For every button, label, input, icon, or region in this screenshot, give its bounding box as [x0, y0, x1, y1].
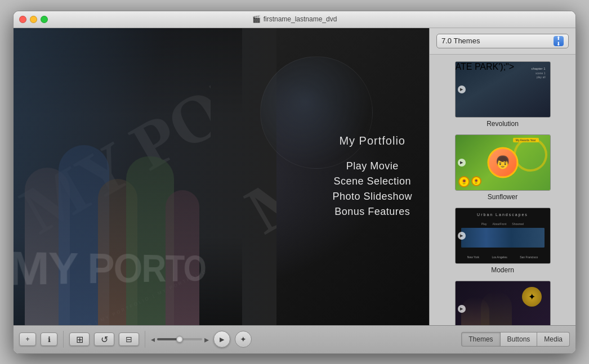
theme-item-sunflower[interactable]: 🌻 🌻 👦 My Awards Year ▶ Sunflower — [430, 131, 575, 204]
modern-header-text: Urban Landscapes — [456, 213, 550, 217]
theme-thumbnail-revolution: ATE PARK');"> chapter 1 scene 1 play all… — [455, 61, 551, 118]
sunflower-thumb-content: 🌻 🌻 👦 My Awards Year — [456, 135, 550, 190]
play-button[interactable]: ▶ — [213, 331, 230, 348]
volume-low-icon: ◂ — [151, 335, 155, 344]
menu-item-slideshow[interactable]: Photo Slideshow — [332, 188, 412, 204]
fullscreen-icon: ✦ — [240, 335, 247, 344]
modern-label: Modern — [491, 266, 514, 274]
rev-text: chapter 1 scene 1 play all — [531, 66, 545, 80]
volume-high-icon: ▸ — [204, 334, 209, 345]
theme-thumbnail-modern: Urban Landscapes PlayAboutFrontShowreel … — [455, 208, 551, 264]
layout-icon: ⊞ — [76, 334, 83, 345]
themes-dropdown-arrow: ⬆⬇ — [554, 36, 564, 46]
modern-play-btn[interactable]: ▶ — [458, 232, 466, 240]
themes-dropdown-row: 7.0 Themes ⬆⬇ — [430, 28, 575, 55]
volume-slider[interactable] — [157, 338, 202, 340]
fullscreen-button[interactable]: ✦ — [235, 331, 252, 348]
theme-item-fourth[interactable]: ✦ ▶ — [430, 277, 575, 325]
tab-bar: Themes Buttons Media — [461, 332, 570, 347]
revolution-play-btn[interactable]: ▶ — [458, 86, 466, 93]
add-button[interactable]: + — [19, 332, 36, 346]
dvd-menu-items: Play Movie Scene Selection Photo Slidesh… — [332, 158, 412, 219]
themes-dropdown[interactable]: 7.0 Themes ⬆⬇ — [436, 34, 569, 48]
menu-item-bonus[interactable]: Bonus Features — [332, 204, 412, 219]
close-button[interactable] — [19, 16, 26, 23]
dvd-preview: MY PORTO MY PORTFOLIO | MY PORTFOLIO | M… — [14, 28, 429, 325]
dvd-menu-overlay: My Portfolio Play Movie Scene Selection … — [332, 134, 412, 219]
tab-buttons[interactable]: Buttons — [500, 332, 538, 347]
theme-item-modern[interactable]: Urban Landscapes PlayAboutFrontShowreel … — [430, 204, 575, 277]
window-title: 🎬 firstname_lastname_dvd — [252, 15, 337, 23]
modern-cities: New YorkLos AngelesSan Francisco — [456, 255, 550, 259]
revolution-label: Revolution — [487, 120, 519, 128]
separator-2 — [145, 331, 145, 348]
menu-item-play[interactable]: Play Movie — [332, 158, 412, 173]
modern-image-strip — [461, 228, 545, 248]
titlebar: 🎬 firstname_lastname_dvd — [14, 11, 575, 28]
content-area: MY PORTO MY PORTFOLIO | MY PORTFOLIO | M… — [14, 28, 575, 325]
modern-thumb-content: Urban Landscapes PlayAboutFrontShowreel … — [456, 208, 550, 263]
dvd-menu-title: My Portfolio — [332, 134, 412, 147]
sunflower-label: Sunflower — [488, 193, 517, 201]
main-window: 🎬 firstname_lastname_dvd MY PORTO MY POR… — [13, 11, 576, 354]
themes-panel: 7.0 Themes ⬆⬇ ATE PARK');"> — [429, 28, 575, 325]
info-icon: ℹ — [48, 335, 51, 344]
themes-list[interactable]: ATE PARK');"> chapter 1 scene 1 play all… — [430, 55, 575, 325]
traffic-lights — [14, 16, 48, 23]
grid-icon: ⊟ — [126, 335, 132, 344]
layout-button[interactable]: ⊞ — [69, 332, 90, 346]
play-icon: ▶ — [220, 336, 224, 343]
modern-nav: PlayAboutFrontShowreel — [456, 222, 550, 226]
revolution-thumb-content: ATE PARK');"> chapter 1 scene 1 play all — [456, 62, 550, 117]
chevron-icon: ⬆⬇ — [556, 35, 561, 47]
sunflower-play-btn[interactable]: ▶ — [458, 159, 466, 167]
separator-1 — [63, 331, 64, 348]
menu-item-scene[interactable]: Scene Selection — [332, 173, 412, 188]
info-button[interactable]: ℹ — [41, 332, 57, 346]
theme-thumbnail-fourth: ✦ ▶ — [455, 281, 551, 325]
bottom-toolbar: + ℹ ⊞ ↺ ⊟ ◂ ▸ ▶ ✦ — [14, 325, 575, 353]
rotate-icon: ↺ — [101, 334, 108, 345]
fourth-thumb-content: ✦ — [456, 281, 550, 325]
minimize-button[interactable] — [30, 16, 37, 23]
volume-thumb[interactable] — [176, 336, 183, 343]
fourth-play-btn[interactable]: ▶ — [458, 305, 466, 313]
dvd-icon: 🎬 — [252, 15, 261, 23]
grid-button[interactable]: ⊟ — [119, 332, 139, 346]
maximize-button[interactable] — [41, 16, 48, 23]
theme-item-revolution[interactable]: ATE PARK');"> chapter 1 scene 1 play all… — [430, 58, 575, 131]
tab-themes[interactable]: Themes — [461, 332, 499, 347]
rotate-button[interactable]: ↺ — [94, 332, 114, 346]
tab-media[interactable]: Media — [537, 332, 570, 347]
themes-dropdown-label: 7.0 Themes — [441, 37, 480, 45]
volume-control: ◂ ▸ — [151, 334, 209, 345]
theme-thumbnail-sunflower: 🌻 🌻 👦 My Awards Year ▶ — [455, 134, 551, 191]
